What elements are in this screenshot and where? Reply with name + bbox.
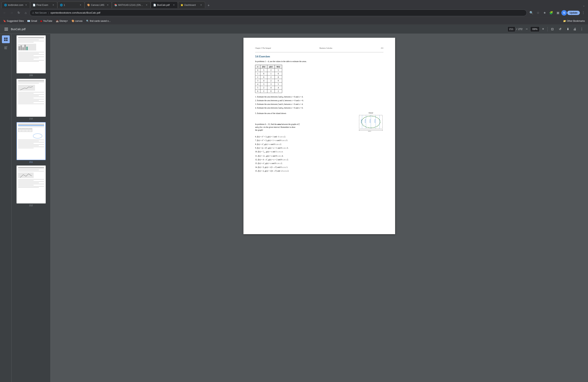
thumbnails-panel[interactable]: 209 — [12, 34, 51, 382]
zoom-out-button[interactable]: − — [524, 26, 529, 32]
tab-close-dashboard[interactable]: ✕ — [200, 3, 203, 7]
island-diagram: Island 220 feet 410 fe — [358, 112, 383, 133]
tab-label-math140: MATH140-12141 (ONL… — [118, 4, 144, 6]
thumbnail-label-209: 209 — [29, 74, 33, 76]
new-tab-button[interactable]: + — [206, 3, 211, 8]
page-number-input[interactable] — [507, 26, 515, 32]
thumbnail-image-210 — [17, 79, 46, 117]
problem-10: 10. f(x) = 1⁄x , g(x) = x and 1 ≤ x ≤ e. — [255, 150, 383, 154]
bookmark-suggested-sites[interactable]: 🔖 Suggested Sites — [1, 19, 25, 23]
home-button[interactable]: ⌂ — [22, 10, 29, 16]
tab-bar: 🌐 textbroker.com ✕ 📄 Final Exam ✕ 🌐 1 ✕ … — [0, 0, 588, 8]
more-options-button[interactable]: ⋮ — [579, 26, 585, 32]
bookmark-find-cards[interactable]: 🔍 find cards saved o... — [84, 19, 112, 23]
tab-favicon-buscalc: 📄 — [153, 4, 156, 6]
bookmark-youtube[interactable]: ▶ YouTube — [39, 19, 54, 23]
zoom-level-display[interactable]: 69% — [530, 26, 540, 32]
extensions-icon[interactable]: 🧩 — [548, 10, 554, 16]
update-button[interactable]: Update — [567, 11, 580, 15]
problems-6-15: 6. f(x) = x2 + 3, g(x) = 1 and –1 ≤ x ≤ … — [255, 135, 383, 172]
tab-buscalc[interactable]: 📄 BusCalc.pdf ✕ — [151, 1, 178, 8]
svg-rect-5 — [4, 48, 7, 48]
bookmark-label-suggested: Suggested Sites — [7, 20, 24, 22]
sidebar-toggle-icon[interactable]: ▣ — [555, 10, 561, 16]
tab-close-textbroker[interactable]: ✕ — [24, 3, 28, 7]
bookmark-favicon-find: 🔍 — [86, 20, 89, 22]
problem-5-section: 5. Estimate the area of the island shown… — [255, 112, 383, 133]
svg-text:100 ft: 100 ft — [368, 130, 371, 132]
back-button[interactable]: ← — [1, 10, 8, 16]
thumbnail-page-211[interactable]: 211 — [13, 122, 49, 163]
tab-math140[interactable]: 📚 MATH140-12141 (ONL… ✕ — [112, 1, 151, 8]
tab-close-final-exam[interactable]: ✕ — [52, 3, 55, 7]
tab-close-canvas[interactable]: ✕ — [106, 3, 109, 7]
total-pages: 272 — [518, 28, 523, 31]
table-row: 1616 — [255, 72, 282, 75]
download-button[interactable]: ⬇ — [565, 26, 571, 32]
tab-label-dashboard: Dashboard — [184, 4, 198, 6]
svg-rect-4 — [4, 47, 7, 47]
tab-favicon-dashboard: ⭐ — [180, 4, 183, 6]
bookmark-icon[interactable]: ☆ — [535, 10, 541, 16]
svg-point-7 — [33, 134, 42, 138]
problem-8: 8. f(x) = x2, g(x) = x and 0 ≤ x ≤ 2. — [255, 143, 383, 146]
tab-close-buscalc[interactable]: ✕ — [172, 3, 175, 7]
print-button[interactable]: 🖨 — [572, 26, 578, 32]
url-separator: | — [48, 11, 49, 14]
svg-rect-0 — [4, 38, 6, 39]
favorites-icon[interactable]: ★ — [542, 10, 548, 16]
rotate-button[interactable]: ↺ — [557, 26, 563, 32]
bookmark-favicon-youtube: ▶ — [41, 20, 42, 22]
bookmark-label-youtube: YouTube — [43, 20, 52, 22]
profile-avatar[interactable]: G — [561, 10, 567, 16]
folder-icon: 📁 — [563, 20, 566, 22]
problem-7: 7. f(x) = x2 + 3, g(x) = 1 + x and 0 ≤ x… — [255, 139, 383, 142]
pdf-page-area[interactable]: Chapter 3 The Integral Business Calculus… — [51, 34, 588, 382]
thumbnail-page-212[interactable]: 212 — [13, 166, 49, 207]
tab-close-globe[interactable]: ✕ — [79, 3, 82, 7]
zoom-in-button[interactable]: + — [540, 26, 546, 32]
tab-close-math140[interactable]: ✕ — [145, 3, 148, 7]
thumbnail-page-209[interactable]: 209 — [13, 35, 49, 76]
browser-toolbar-icons: 🔍 ☆ ★ 🧩 ▣ G Update ⋮ — [528, 10, 587, 16]
forward-button[interactable]: → — [9, 10, 15, 16]
bookmark-label-disney: Disney+ — [60, 20, 68, 22]
table-row: 0525 — [255, 68, 282, 72]
menu-icon[interactable]: ⋮ — [580, 10, 587, 16]
tab-more-button[interactable]: ⌄ — [581, 3, 587, 8]
table-intro-text: In problems 1 – 4, use the values in the… — [255, 60, 383, 63]
tab-canvas[interactable]: 🎨 Canvas LMS ✕ — [84, 1, 112, 8]
header-book-title: Business Calculus — [319, 47, 332, 49]
problem-6: 6. f(x) = x2 + 3, g(x) = 1 and –1 ≤ x ≤ … — [255, 135, 383, 138]
problem-4: 4. Estimate the area between f and g, be… — [255, 106, 383, 109]
bookmark-label-gmail: Gmail — [31, 20, 37, 22]
tab-dashboard[interactable]: ⭐ Dashboard ✕ — [178, 1, 205, 8]
search-icon[interactable]: 🔍 — [528, 10, 535, 16]
address-input[interactable]: ⚠ Not Secure | opentextbookstore.com/bus… — [30, 10, 527, 16]
fit-page-button[interactable]: ⊡ — [549, 26, 555, 32]
bookmark-canvas[interactable]: 🎨 canvas — [70, 19, 84, 23]
bookmarks-bar: 🔖 Suggested Sites 📧 Gmail ▶ YouTube 🏰 Di… — [0, 18, 588, 24]
tab-final-exam[interactable]: 📄 Final Exam ✕ — [30, 1, 57, 8]
table-header-gx: g(x) — [267, 65, 275, 68]
tab-textbroker[interactable]: 🌐 textbroker.com ✕ — [1, 1, 30, 8]
tab-label-textbroker: textbroker.com — [8, 4, 23, 6]
problem-11: 11. f(x) = √x , g(x) = x and 0 ≤ x ≤ 4. — [255, 154, 383, 158]
problem-13: 13. f(x) = ex, g(x) = x and 0 ≤ x ≤ 2. — [255, 162, 383, 165]
bookmark-disney[interactable]: 🏰 Disney+ — [54, 19, 70, 23]
table-header-fx: f(x) — [260, 65, 267, 68]
bookmark-favicon-suggested: 🔖 — [3, 20, 6, 22]
pdf-menu-button[interactable] — [3, 26, 9, 32]
table-row: 4335 — [255, 83, 282, 86]
reload-button[interactable]: ↻ — [16, 10, 22, 16]
other-bookmarks[interactable]: 📁 Other Bookmarks — [562, 19, 587, 23]
other-bookmarks-label: Other Bookmarks — [567, 20, 585, 22]
problems-1-4: 1. Estimate the area between f and g, be… — [255, 95, 383, 109]
tab-globe[interactable]: 🌐 1 ✕ — [57, 1, 84, 8]
bookmark-gmail[interactable]: 📧 Gmail — [26, 19, 39, 23]
bookmark-label-canvas2: canvas — [75, 20, 83, 22]
problem-15: 15. f(x) = 2, g(x) = √(4 – x2) and –2 ≤ … — [255, 170, 383, 172]
thumbnail-page-210[interactable]: 210 — [13, 79, 49, 120]
sidebar-thumbnails-button[interactable] — [2, 35, 10, 43]
sidebar-outline-button[interactable] — [2, 44, 10, 52]
